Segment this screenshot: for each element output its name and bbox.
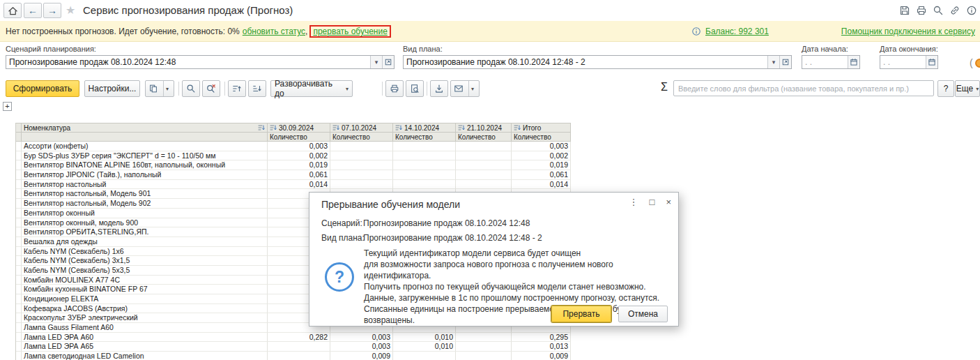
row-value	[456, 142, 512, 151]
favorite-star-icon[interactable]: ★	[66, 3, 75, 17]
sort-icon	[395, 124, 402, 131]
column-header-date-4[interactable]: 21.10.2024	[456, 123, 512, 133]
row-service-cell	[16, 189, 22, 199]
scenario-input[interactable]	[6, 56, 370, 68]
forward-button[interactable]: →	[43, 3, 61, 18]
print-table-button[interactable]	[385, 80, 404, 97]
row-nomenclature: Вешалка для одежды	[22, 237, 268, 247]
more-button[interactable]: Еще ▾	[955, 80, 980, 97]
maximize-icon[interactable]: □	[650, 197, 655, 207]
training-status-text: Нет построенных прогнозов. Идет обучение…	[6, 27, 240, 36]
chevron-down-icon: ▾	[468, 81, 476, 96]
plan-kind-label: Вид плана:	[403, 45, 443, 53]
cancel-button[interactable]: Отмена	[618, 306, 668, 322]
row-value: 0,003	[330, 333, 393, 343]
dialog-menu-icon[interactable]: ⋮	[629, 197, 638, 207]
back-arrow-icon: ←	[28, 5, 38, 16]
question-icon: ?	[325, 262, 354, 292]
row-service-cell	[16, 285, 22, 294]
expand-to-button[interactable]: Разворачивать до ▾	[270, 80, 353, 97]
row-service-cell	[16, 199, 22, 209]
download-button[interactable]	[430, 80, 448, 97]
dialog-scenario-value: Прогнозирование продаж 08.10.2024 12:48	[363, 218, 530, 228]
scenario-label: Сценарий планирования:	[6, 45, 96, 53]
plan-kind-input[interactable]	[404, 56, 767, 68]
row-service-cell	[16, 313, 22, 323]
generate-button[interactable]: Сформировать	[6, 80, 79, 97]
row-service-cell	[16, 142, 22, 151]
date-end-input[interactable]	[880, 56, 926, 68]
date-start-label: Дата начала:	[802, 45, 848, 53]
chevron-down-icon: ▾	[163, 81, 171, 96]
print-preview-button[interactable]	[406, 80, 424, 97]
date-start-calendar-button[interactable]	[848, 56, 859, 68]
date-end-label: Дата окончания:	[880, 45, 938, 53]
table-row[interactable]: Лампа LED ЭРА A65 0,003 0,010 0,013	[16, 342, 571, 352]
save-button[interactable]	[898, 4, 910, 16]
table-row[interactable]: Лампа LED ЭРА A60 0,282 0,003 0,010 0,29…	[16, 333, 571, 343]
column-header-nomenclature[interactable]: Номенклатура	[22, 123, 268, 133]
row-nomenclature: Кабель NYM (Севкабель) 1x6	[22, 247, 268, 257]
refresh-status-link[interactable]: обновить статус	[243, 27, 305, 36]
balance-link[interactable]: Баланс: 992 301	[705, 27, 769, 36]
row-value	[393, 160, 456, 170]
sort-icon	[514, 124, 521, 131]
row-value	[393, 352, 456, 360]
home-button[interactable]	[3, 3, 22, 18]
help-button[interactable]: ?	[937, 80, 954, 97]
print-button[interactable]	[915, 4, 927, 16]
dialog-scenario-label: Сценарий:	[321, 218, 363, 228]
plan-choose-button[interactable]	[779, 56, 791, 68]
expand-groups-icon	[252, 84, 262, 93]
column-header-total[interactable]: Итого	[512, 123, 571, 133]
filter-input[interactable]	[673, 80, 934, 96]
scenario-choose-button[interactable]	[382, 56, 394, 68]
plan-field-group: ▾	[403, 55, 792, 69]
sort-icon	[258, 124, 265, 131]
interrupt-confirm-button[interactable]: Прервать	[551, 306, 611, 322]
date-end-calendar-button[interactable]	[926, 56, 937, 68]
row-nomenclature: Кофеварка JACOBS (Австрия)	[22, 304, 268, 314]
table-row[interactable]: Вентилятор JIPONIC (Тайв.), напольный 0,…	[16, 170, 571, 180]
indicators-button[interactable]: Σ	[661, 81, 668, 93]
link-icon	[949, 5, 960, 16]
settings-button[interactable]: Настройки...	[84, 80, 140, 97]
close-icon[interactable]: ×	[666, 197, 671, 207]
back-button[interactable]: ←	[24, 3, 42, 18]
info-button[interactable]	[965, 4, 977, 16]
row-total: 0,002	[512, 151, 571, 161]
copy-link-button[interactable]	[949, 4, 960, 16]
row-value	[330, 180, 393, 190]
table-row[interactable]: Лампа светодиодная LED Camelion 0,009 0,…	[16, 352, 571, 360]
magnifier-icon	[933, 5, 944, 16]
interrupt-training-dialog: Прерывание обучения модели ⋮ □ × Сценари…	[309, 192, 679, 327]
row-value: 0,003	[330, 342, 393, 352]
row-nomenclature: Вентилятор BINATONE ALPINE 160вт, наполь…	[22, 160, 268, 170]
column-header-date-1[interactable]: 30.09.2024	[268, 123, 330, 133]
expand-groups-button[interactable]	[248, 80, 266, 97]
copy-settings-button[interactable]: ▾	[145, 80, 174, 97]
column-header-date-3[interactable]: 14.10.2024	[393, 123, 456, 133]
search-cancel-button[interactable]	[202, 80, 220, 97]
subheader-quantity: Количество	[330, 133, 393, 142]
interrupt-training-link[interactable]: прервать обучение	[313, 27, 387, 36]
collapse-groups-button[interactable]	[228, 80, 246, 97]
row-service-cell	[16, 323, 22, 333]
table-subheader-row: Количество Количество Количество Количес…	[16, 133, 571, 142]
send-mail-button[interactable]: ▾	[450, 80, 480, 97]
expand-all-button[interactable]: +	[3, 102, 12, 111]
table-row[interactable]: Вентилятор настольный 0,014 0,014	[16, 180, 571, 190]
search-button[interactable]	[182, 80, 200, 97]
scenario-dropdown-button[interactable]: ▾	[370, 56, 382, 68]
service-assistant-link[interactable]: Помощник подключения к сервису	[841, 27, 975, 36]
column-header-date-2[interactable]: 07.10.2024	[330, 123, 393, 133]
plus-icon: +	[5, 102, 9, 110]
table-row[interactable]: Бур SDS-plus ЗУБР серия "ЭКСПЕРТ" d = 10…	[16, 151, 571, 161]
row-value	[393, 142, 456, 151]
date-start-input[interactable]	[802, 56, 848, 68]
table-row[interactable]: Ассорти (конфеты) 0,003 0,003	[16, 142, 571, 151]
balance-info-icon	[691, 27, 701, 36]
table-row[interactable]: Вентилятор BINATONE ALPINE 160вт, наполь…	[16, 160, 571, 170]
plan-dropdown-button[interactable]: ▾	[767, 56, 779, 68]
preview-button[interactable]	[932, 4, 944, 16]
